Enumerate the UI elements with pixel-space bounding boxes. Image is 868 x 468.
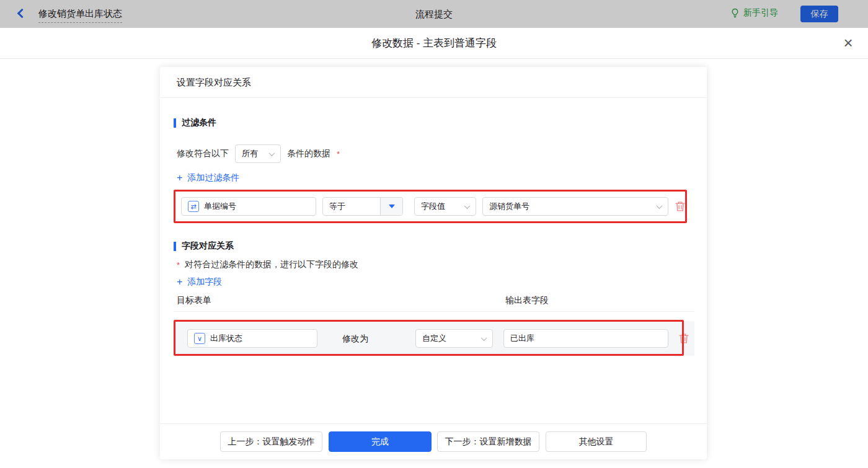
card-header: 设置字段对应关系 — [160, 67, 707, 98]
top-bar: 修改销货单出库状态 流程提交 新手引导 保存 — [0, 0, 868, 28]
delete-condition-trash-icon[interactable] — [675, 200, 686, 213]
mapping-section-title: 字段对应关系 — [174, 241, 234, 252]
dropdown-field-icon: ∨ — [194, 333, 205, 344]
next-step-button[interactable]: 下一步：设置新增数据 — [437, 431, 539, 452]
footer-divider — [160, 423, 707, 424]
output-value-type-select[interactable]: 自定义 — [415, 329, 493, 348]
beginner-guide-label: 新手引导 — [743, 7, 778, 19]
output-value-type: 自定义 — [422, 333, 446, 344]
mapping-section-label: 字段对应关系 — [182, 241, 234, 252]
add-field-link[interactable]: + 添加字段 — [177, 276, 222, 288]
beginner-guide-link[interactable]: 新手引导 — [730, 7, 778, 19]
section-bar-icon — [174, 118, 176, 128]
match-condition-row: 修改符合以下 所有 条件的数据 * — [177, 144, 340, 163]
plus-icon: + — [177, 173, 182, 183]
section-bar-icon — [174, 242, 176, 251]
condition-field-value: 单据编号 — [204, 201, 236, 212]
add-filter-condition-label: 添加过滤条件 — [187, 172, 239, 183]
done-button[interactable]: 完成 — [329, 431, 432, 452]
filter-section-title: 过滤条件 — [174, 117, 216, 128]
column-header-target: 目标表单 — [177, 295, 211, 306]
column-header-output: 输出表字段 — [505, 295, 549, 306]
condition-value-type: 字段值 — [421, 201, 445, 212]
output-value-input[interactable]: 已出库 — [503, 329, 668, 348]
modify-to-label: 修改为 — [342, 329, 368, 348]
prev-step-button[interactable]: 上一步：设置触发动作 — [220, 431, 322, 452]
mapping-description-row: * 对符合过滤条件的数据，进行以下字段的修改 — [177, 259, 358, 270]
save-button[interactable]: 保存 — [800, 6, 838, 22]
condition-field-select[interactable]: ⇄ 单据编号 — [181, 197, 316, 216]
condition-operator-select[interactable]: 等于 — [322, 197, 403, 216]
target-field-select[interactable]: ∨ 出库状态 — [187, 329, 317, 348]
serial-field-icon: ⇄ — [188, 201, 199, 212]
delete-mapping-trash-icon[interactable] — [678, 332, 689, 345]
match-mode-select[interactable]: 所有 — [235, 144, 281, 163]
add-filter-condition-link[interactable]: + 添加过滤条件 — [177, 172, 239, 183]
required-mark: * — [177, 260, 180, 270]
match-mode-value: 所有 — [242, 148, 258, 159]
lightbulb-icon — [730, 8, 740, 18]
match-suffix-label: 条件的数据 — [287, 148, 330, 159]
operator-dropdown-cap[interactable] — [380, 198, 402, 215]
chevron-down-icon — [657, 203, 663, 209]
column-divider — [174, 311, 694, 312]
condition-operator-value: 等于 — [323, 201, 345, 212]
screen: 修改销货单出库状态 流程提交 新手引导 保存 修改数据 - 主表到普通字段 × … — [0, 0, 868, 468]
condition-value: 源销货单号 — [489, 201, 529, 212]
match-prefix-label: 修改符合以下 — [177, 148, 229, 159]
triangle-down-icon — [389, 205, 395, 208]
add-field-label: 添加字段 — [187, 276, 222, 288]
card-header-title: 设置字段对应关系 — [177, 67, 251, 98]
other-settings-button[interactable]: 其他设置 — [546, 431, 647, 452]
field-mapping-card: 设置字段对应关系 过滤条件 修改符合以下 所有 条件的数据 * + 添加过滤条件… — [160, 67, 707, 459]
output-value: 已出库 — [510, 333, 534, 344]
mapping-description: 对符合过滤条件的数据，进行以下字段的修改 — [185, 259, 358, 270]
filter-section-label: 过滤条件 — [182, 117, 216, 128]
required-mark: * — [337, 149, 340, 159]
modal-header: 修改数据 - 主表到普通字段 — [0, 28, 868, 59]
close-icon[interactable]: × — [839, 34, 857, 53]
condition-value-select[interactable]: 源销货单号 — [482, 197, 668, 216]
condition-value-type-select[interactable]: 字段值 — [414, 197, 476, 216]
chevron-down-icon — [481, 335, 487, 341]
chevron-down-icon — [269, 150, 275, 156]
modal-title: 修改数据 - 主表到普通字段 — [0, 28, 868, 59]
target-field-value: 出库状态 — [210, 333, 242, 344]
chevron-down-icon — [464, 203, 471, 209]
plus-icon: + — [177, 277, 182, 287]
